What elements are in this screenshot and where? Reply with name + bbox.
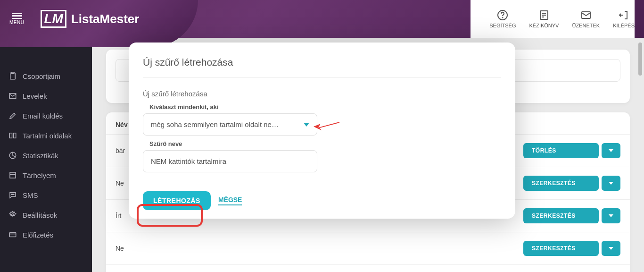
modal-subtitle: Új szűrő létrehozása: [143, 90, 501, 98]
create-filter-modal: Új szűrő létrehozása Új szűrő létrehozás…: [129, 42, 515, 219]
cancel-button[interactable]: MÉGSE: [218, 196, 242, 205]
create-button[interactable]: LÉTREHOZÁS: [143, 191, 211, 210]
filter-name-input[interactable]: [143, 150, 317, 172]
filter-type-select[interactable]: még soha semmilyen tartalmi oldalt ne…: [143, 113, 317, 136]
select-label: Kiválaszt mindenkit, aki: [149, 103, 501, 110]
modal-title: Új szűrő létrehozása: [143, 57, 501, 78]
modal-overlay: Új szűrő létrehozása Új szűrő létrehozás…: [0, 0, 644, 272]
chevron-down-icon: [304, 123, 309, 127]
name-label: Szűrő neve: [149, 140, 501, 147]
